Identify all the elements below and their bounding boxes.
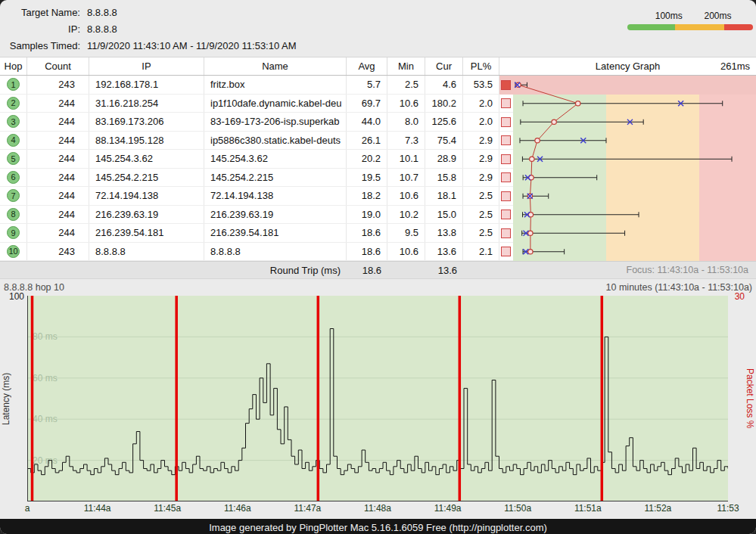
hop-number-badge: 1	[7, 78, 20, 91]
cur-cell: 15.8	[425, 169, 463, 187]
ip-cell: 31.16.218.254	[89, 95, 204, 113]
hop-number-cell: 2	[0, 95, 27, 113]
packet-loss-cell: 2.9	[463, 132, 499, 150]
latency-scale-labels: 100ms 200ms	[627, 11, 753, 24]
cur-cell: 75.4	[425, 132, 463, 150]
hop-number-badge: 6	[7, 171, 20, 184]
pingplotter-window: Target Name: 8.8.8.8 IP: 8.8.8.8 Samples…	[0, 0, 756, 534]
round-trip-cur: 13.6	[425, 262, 463, 278]
cur-cell: 18.1	[425, 187, 463, 205]
hop-number-cell: 10	[0, 243, 27, 261]
cur-cell: 13.8	[425, 224, 463, 242]
name-cell: 83-169-173-206-isp.superkab	[204, 113, 347, 131]
summary-header: Target Name: 8.8.8.8 IP: 8.8.8.8 Samples…	[0, 0, 756, 57]
min-cell: 10.2	[387, 206, 425, 224]
count-cell: 244	[27, 113, 89, 131]
latency-step-line	[27, 329, 728, 475]
count-cell: 244	[27, 150, 89, 168]
hop-number-cell: 1	[0, 76, 27, 94]
packet-loss-cell: 2.5	[463, 224, 499, 242]
avg-cell: 69.7	[347, 95, 387, 113]
hop-rows: 1243192.168.178.1fritz.box5.72.54.653.52…	[0, 76, 756, 261]
x-tick-label: 11:51a	[574, 503, 602, 514]
count-cell: 244	[27, 95, 89, 113]
hop-number-badge: 9	[7, 226, 20, 239]
avg-cell: 44.0	[347, 113, 387, 131]
hop-number-badge: 10	[7, 245, 20, 258]
latency-scale-bar	[627, 24, 753, 30]
name-cell: ip1f10dafe.dynamic.kabel-deu	[204, 95, 347, 113]
legend-100ms-label: 100ms	[655, 11, 683, 21]
col-header-latency-graph: Latency Graph 261ms	[499, 57, 756, 75]
timeline-range-label: 10 minutes (11:43:10a - 11:53:10a)	[606, 282, 752, 293]
col-header-name: Name	[204, 57, 347, 75]
packet-loss-cell: 2.0	[463, 95, 499, 113]
count-cell: 243	[27, 243, 89, 261]
col-header-count: Count	[27, 57, 89, 75]
cur-cell: 13.6	[425, 243, 463, 261]
ip-cell: 8.8.8.8	[89, 243, 204, 261]
samples-timed-label: Samples Timed:	[0, 38, 80, 54]
gridline-label: 40 ms	[33, 414, 58, 424]
hop-number-cell: 9	[0, 224, 27, 242]
timeline-plot[interactable]: 80 ms60 ms40 ms20 ms	[27, 296, 728, 501]
avg-cell: 18.6	[347, 224, 387, 242]
latency-graph-title: Latency Graph	[596, 61, 660, 72]
col-header-ip: IP	[89, 57, 204, 75]
table-header: Hop Count IP Name Avg Min Cur PL% Latenc…	[0, 57, 756, 76]
name-cell: 145.254.3.62	[204, 150, 347, 168]
x-tick-label: 11:50a	[504, 503, 531, 514]
count-cell: 244	[27, 132, 89, 150]
round-trip-avg: 18.6	[347, 262, 387, 278]
name-cell: 216.239.54.181	[204, 224, 347, 242]
name-cell: 145.254.2.215	[204, 169, 347, 187]
packet-loss-cell: 2.0	[463, 113, 499, 131]
hop-number-cell: 8	[0, 206, 27, 224]
x-tick-label: 11:48a	[364, 503, 391, 514]
target-name-label: Target Name:	[0, 5, 80, 21]
ip-label: IP:	[0, 21, 80, 38]
timeline-graph: 80 ms60 ms40 ms20 ms	[27, 296, 728, 501]
x-tick-label: a	[25, 503, 30, 514]
count-cell: 243	[27, 76, 89, 94]
latency-range-graph	[499, 76, 756, 261]
min-cell: 10.6	[387, 187, 425, 205]
time-axis: a11:44a11:45a11:46a11:47a11:48a11:49a11:…	[27, 503, 728, 518]
x-tick-label: 11:46a	[224, 503, 251, 514]
cur-cell: 15.0	[425, 206, 463, 224]
legend-200ms-label: 200ms	[705, 11, 732, 21]
ip-cell: 72.14.194.138	[89, 187, 204, 205]
x-tick-label: 11:49a	[434, 503, 462, 514]
latency-scale-legend: 100ms 200ms	[627, 11, 753, 41]
col-header-hop: Hop	[0, 57, 27, 75]
latency-graph-layer	[499, 76, 756, 261]
count-cell: 244	[27, 169, 89, 187]
x-tick-label: 11:45a	[154, 503, 181, 514]
hop-number-badge: 4	[7, 134, 20, 147]
gridline-label: 60 ms	[33, 373, 58, 383]
min-cell: 9.5	[387, 224, 425, 242]
packet-loss-cell: 2.1	[463, 243, 499, 261]
col-header-avg: Avg	[347, 57, 387, 75]
x-tick-label: 11:52a	[644, 503, 671, 514]
hop-number-badge: 8	[7, 208, 20, 221]
x-tick-label: 11:47a	[294, 503, 321, 514]
ip-cell: 145.254.3.62	[89, 150, 204, 168]
packet-loss-cell: 2.5	[463, 206, 499, 224]
cur-cell: 4.6	[425, 76, 463, 94]
trace-table: Hop Count IP Name Avg Min Cur PL% Latenc…	[0, 57, 756, 261]
min-cell: 10.6	[387, 243, 425, 261]
timeline-section: 8.8.8.8 hop 10 10 minutes (11:43:10a - 1…	[0, 279, 756, 519]
gridline-label: 80 ms	[33, 331, 58, 342]
focus-range-label: Focus: 11:43:10a - 11:53:10a	[499, 262, 756, 278]
count-cell: 244	[27, 224, 89, 242]
cur-cell: 28.9	[425, 150, 463, 168]
hop-number-cell: 7	[0, 187, 27, 205]
ip-cell: 216.239.63.19	[89, 206, 204, 224]
hop-number-cell: 6	[0, 169, 27, 187]
avg-cell: 19.0	[347, 206, 387, 224]
hop-number-cell: 4	[0, 132, 27, 150]
ip-cell: 88.134.195.128	[89, 132, 204, 150]
min-cell: 8.0	[387, 113, 425, 131]
x-tick-label: 11:53	[717, 503, 739, 514]
